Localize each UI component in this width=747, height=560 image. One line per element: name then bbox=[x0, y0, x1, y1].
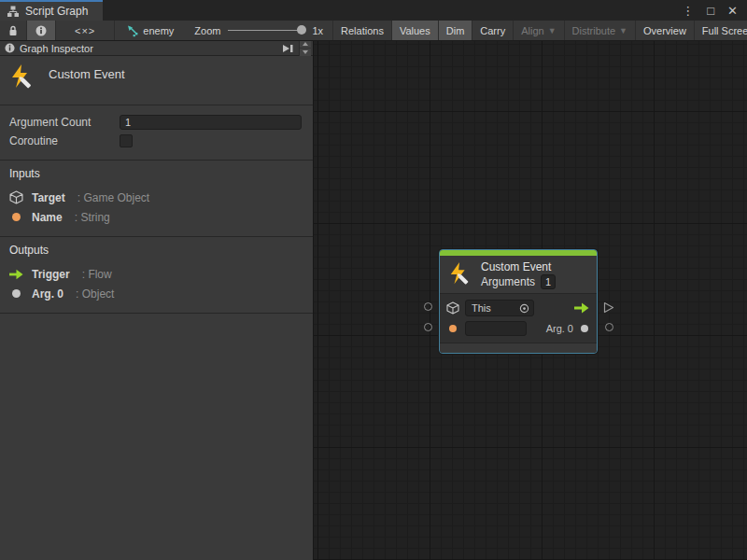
button-label: Dim bbox=[446, 25, 465, 36]
node-body: This bbox=[440, 293, 597, 343]
csharp-preview-button[interactable]: <×> bbox=[56, 21, 115, 40]
script-graph-window: Script Graph ⋮ □ ✕ <×> bbox=[0, 0, 747, 560]
argument-count-input[interactable] bbox=[120, 115, 302, 130]
unit-fields: Argument Count Coroutine bbox=[0, 105, 313, 160]
inspector-title: Graph Inspector bbox=[20, 43, 93, 54]
node-header[interactable]: Custom Event Arguments 1 bbox=[440, 256, 597, 293]
port-row-target: Target : Game Object bbox=[9, 188, 303, 207]
title-bar: Script Graph ⋮ □ ✕ bbox=[0, 0, 747, 21]
button-label: Overview bbox=[643, 25, 686, 36]
custom-event-node[interactable]: Custom Event Arguments 1 This bbox=[439, 249, 598, 354]
toolbar-button-align[interactable]: Align ▼ bbox=[514, 21, 564, 40]
graph-ref-icon bbox=[126, 24, 139, 37]
string-port-icon[interactable] bbox=[449, 325, 457, 332]
name-input[interactable] bbox=[465, 321, 527, 336]
port-row-arg0: Arg. 0 : Object bbox=[9, 284, 303, 303]
zoom-slider-handle[interactable] bbox=[297, 25, 306, 35]
toolbar-button-distribute[interactable]: Distribute ▼ bbox=[565, 21, 636, 40]
outputs-section: Outputs Trigger : Flow Arg. 0 : Object bbox=[0, 237, 313, 313]
node-row-target: This bbox=[446, 298, 590, 318]
inspector-empty-area bbox=[0, 314, 313, 560]
outputs-title: Outputs bbox=[9, 244, 303, 257]
coroutine-checkbox[interactable] bbox=[120, 134, 133, 147]
lock-button[interactable] bbox=[0, 21, 27, 40]
toolbar-button-carry[interactable]: Carry bbox=[472, 21, 514, 40]
graph-breadcrumb[interactable]: enemy bbox=[115, 21, 185, 40]
info-icon bbox=[35, 25, 47, 36]
panel-scrubber bbox=[299, 41, 311, 56]
port-row-trigger: Trigger : Flow bbox=[9, 264, 303, 284]
inspector-header: Graph Inspector bbox=[0, 41, 313, 56]
graph-icon bbox=[7, 5, 20, 18]
window-controls: ⋮ □ ✕ bbox=[682, 0, 747, 21]
chevron-down-icon: ▼ bbox=[548, 26, 557, 35]
port-type: : String bbox=[75, 211, 110, 224]
flow-arrow-icon bbox=[573, 302, 590, 314]
inputs-title: Inputs bbox=[9, 167, 303, 180]
port-name: Target bbox=[32, 191, 65, 204]
tab-script-graph[interactable]: Script Graph bbox=[0, 0, 103, 21]
graph-inspector-panel: Graph Inspector bbox=[0, 41, 314, 560]
coroutine-row: Coroutine bbox=[9, 132, 302, 150]
chevron-down-icon: ▼ bbox=[619, 26, 627, 35]
toolbar-button-relations[interactable]: Relations bbox=[333, 21, 392, 40]
graph-ref-label: enemy bbox=[143, 25, 174, 36]
toolbar-button-overview[interactable]: Overview bbox=[636, 21, 695, 40]
button-label: Align bbox=[521, 25, 543, 36]
custom-event-icon bbox=[9, 63, 35, 91]
coroutine-label: Coroutine bbox=[9, 134, 120, 147]
port-row-name: Name : String bbox=[9, 207, 303, 227]
input-port-name[interactable] bbox=[424, 323, 432, 331]
object-port-icon bbox=[12, 289, 21, 298]
port-type: : Object bbox=[76, 287, 114, 301]
unit-header: Custom Event bbox=[0, 56, 313, 105]
close-icon[interactable]: ✕ bbox=[727, 5, 738, 17]
port-type: : Game Object bbox=[78, 191, 149, 204]
custom-event-icon bbox=[448, 261, 472, 287]
argument-count-label: Argument Count bbox=[9, 116, 120, 129]
inspector-toggle-button[interactable] bbox=[27, 21, 56, 40]
scrub-up-button[interactable] bbox=[300, 41, 311, 49]
zoom-control: Zoom 1x bbox=[185, 21, 333, 40]
toolbar-button-values[interactable]: Values bbox=[392, 21, 439, 40]
arg0-label: Arg. 0 bbox=[546, 323, 573, 334]
graph-canvas[interactable]: Custom Event Arguments 1 This bbox=[314, 41, 747, 560]
triangle-down-icon bbox=[303, 50, 308, 54]
button-label: Full Screen bbox=[702, 25, 747, 36]
argument-count-row: Argument Count bbox=[9, 113, 302, 132]
triangle-up-icon bbox=[303, 42, 308, 46]
node-arguments-label: Arguments bbox=[481, 275, 535, 288]
zoom-value: 1x bbox=[312, 25, 323, 36]
object-picker-icon[interactable] bbox=[519, 303, 529, 314]
output-port-trigger[interactable] bbox=[603, 301, 614, 314]
cube-icon bbox=[446, 301, 459, 315]
lock-icon bbox=[8, 25, 18, 36]
port-type: : Flow bbox=[82, 268, 112, 281]
zoom-slider[interactable] bbox=[228, 30, 304, 31]
button-label: Values bbox=[400, 25, 430, 36]
string-port-icon bbox=[12, 213, 21, 221]
target-dropdown[interactable]: This bbox=[465, 300, 534, 316]
button-label: Relations bbox=[341, 25, 384, 36]
output-port-arg0[interactable] bbox=[605, 323, 613, 331]
button-label: Carry bbox=[480, 25, 505, 36]
node-row-arg0: Arg. 0 bbox=[446, 318, 590, 339]
toolbar: <×> enemy Zoom 1x Relations Values D bbox=[0, 21, 747, 41]
inputs-section: Inputs Target : Game Object Name : Strin… bbox=[0, 161, 313, 236]
dock-panel-icon[interactable] bbox=[282, 43, 294, 54]
toolbar-button-dim[interactable]: Dim bbox=[439, 21, 473, 40]
info-icon bbox=[5, 43, 15, 53]
maximize-icon[interactable]: □ bbox=[707, 5, 714, 17]
toolbar-button-fullscreen[interactable]: Full Screen bbox=[695, 21, 747, 40]
menu-kebab-icon[interactable]: ⋮ bbox=[682, 5, 694, 17]
node-footer bbox=[440, 343, 597, 353]
port-name: Arg. 0 bbox=[32, 287, 63, 301]
cube-icon bbox=[9, 190, 23, 204]
node-arguments-value[interactable]: 1 bbox=[541, 274, 556, 289]
port-name: Trigger bbox=[32, 268, 70, 281]
target-value: This bbox=[472, 302, 491, 314]
scrub-down-button[interactable] bbox=[300, 48, 311, 56]
input-port-target[interactable] bbox=[424, 302, 432, 311]
object-port-icon[interactable] bbox=[581, 325, 588, 332]
node-title: Custom Event bbox=[481, 260, 556, 273]
